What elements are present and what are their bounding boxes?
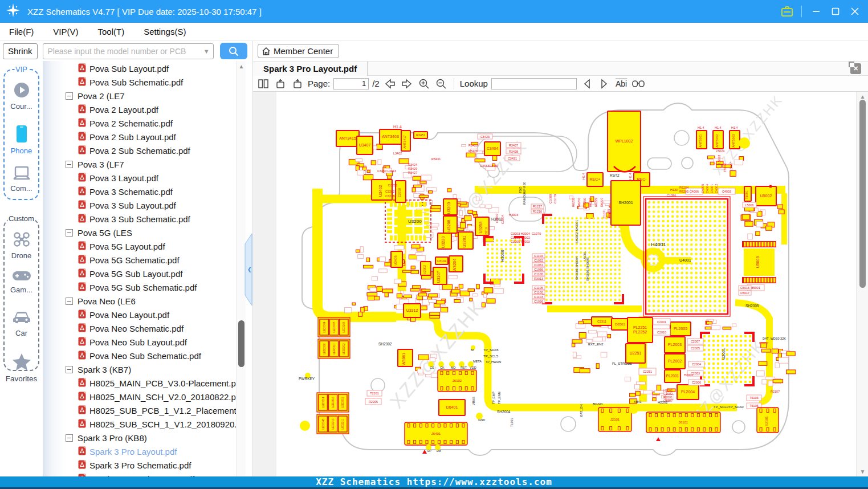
- sidebar-item-favorites[interactable]: Favorites: [0, 353, 43, 384]
- page-number-input[interactable]: [333, 78, 369, 89]
- scroll-down-icon[interactable]: ▼: [857, 468, 868, 475]
- tree-group[interactable]: Spark 3 (KB7): [66, 362, 131, 376]
- sidebar-item-car[interactable]: Car: [0, 309, 43, 337]
- pdf-file-icon: [78, 145, 86, 156]
- tree-file[interactable]: Pova Neo Schematic.pdf: [78, 321, 184, 335]
- sidebar-item-game[interactable]: Gam...: [0, 270, 43, 294]
- collapse-icon[interactable]: [66, 298, 73, 305]
- tree-item-label: Pova 3 Sub Layout.pdf: [89, 201, 176, 210]
- previous-page-icon[interactable]: [383, 77, 397, 91]
- pdf-file-icon: [78, 132, 86, 142]
- svg-text:T5001: T5001: [745, 190, 748, 199]
- search-input[interactable]: [43, 44, 213, 59]
- tree-file[interactable]: Pova Neo Sub Layout.pdf: [78, 335, 187, 349]
- tree-file[interactable]: Pova 3 Schematic.pdf: [78, 185, 173, 198]
- tree-file[interactable]: Pova 3 Sub Layout.pdf: [78, 198, 176, 212]
- svg-text:FL_STROBE: FL_STROBE: [612, 362, 632, 365]
- tree-file[interactable]: Pova 2 Sub Schematic.pdf: [78, 144, 190, 157]
- close-button[interactable]: [845, 0, 865, 23]
- search-button[interactable]: [220, 43, 247, 59]
- svg-text:C4005: C4005: [701, 184, 704, 193]
- tree-file[interactable]: Spark 3 Pro Schematic.pdf: [78, 458, 191, 472]
- tree-file[interactable]: H8025_SUB_SCH_1_V1.2_20180920.pdf: [78, 417, 236, 431]
- shrink-button[interactable]: Shrink: [3, 43, 38, 59]
- tree-file[interactable]: Pova 5G Sub Layout.pdf: [78, 267, 182, 280]
- collapse-icon[interactable]: [66, 161, 73, 168]
- tree-file[interactable]: Pova 5G Schematic.pdf: [78, 253, 180, 267]
- sidebar-item-phone[interactable]: Phone: [0, 125, 43, 155]
- tree-file[interactable]: H8025_SUB_PCB_1_V1.2_Placement.pdf: [78, 404, 236, 417]
- minimize-button[interactable]: [806, 0, 826, 23]
- tree-file[interactable]: Pova 5G Layout.pdf: [78, 239, 165, 253]
- find-previous-icon[interactable]: [580, 77, 594, 91]
- sidebar-item-label: Com...: [0, 184, 43, 193]
- pdf-file-icon: [78, 378, 86, 389]
- tree-file[interactable]: H8025_MAIN_SCH_V2.0_20180822.pdf: [78, 390, 236, 404]
- menu-settings[interactable]: Settings(S): [144, 27, 186, 36]
- pdf-scrollbar[interactable]: ▲ ▼: [857, 92, 868, 476]
- match-case-icon[interactable]: Abi: [614, 79, 628, 88]
- tree-file[interactable]: Pova Sub Layout.pdf: [78, 62, 169, 75]
- collapse-icon[interactable]: [66, 434, 73, 442]
- tree-group[interactable]: Pova 3 (LF7: [66, 157, 124, 171]
- panel-collapse-handle[interactable]: ❮: [244, 233, 252, 307]
- lookup-input[interactable]: [491, 78, 577, 89]
- sidebar-item-drone[interactable]: Drone: [0, 231, 43, 260]
- collapse-icon[interactable]: [66, 229, 73, 237]
- tree-group[interactable]: Spark 3 Pro (KB8): [66, 431, 147, 445]
- find-next-icon[interactable]: [597, 77, 611, 91]
- menu-tool[interactable]: Tool(T): [98, 27, 125, 36]
- tree-group[interactable]: Pova 2 (LE7: [66, 89, 125, 103]
- pdf-page[interactable]: XZZ@XZZHKXZZ@XZZHKXZZ@XZZHKXZZ@XZZHKU500…: [276, 92, 856, 476]
- tree-file[interactable]: Spark 3 Pro Sub Layout.pdf: [78, 472, 194, 476]
- zoom-out-icon[interactable]: [434, 77, 448, 91]
- scroll-up-icon[interactable]: ▲: [237, 63, 246, 70]
- tree-file[interactable]: Pova 5G Sub Schematic.pdf: [78, 280, 197, 294]
- svg-text:LED3215: LED3215: [341, 397, 344, 408]
- tree-group[interactable]: Pova Neo (LE6: [66, 294, 136, 308]
- tree-item-label: Pova Neo Schematic.pdf: [89, 324, 184, 333]
- tree-scrollbar-thumb[interactable]: [238, 320, 244, 367]
- tree-file[interactable]: Pova 2 Sub Layout.pdf: [78, 130, 176, 144]
- menu-vip[interactable]: VIP(V): [53, 27, 78, 36]
- svg-text:R6205: R6205: [679, 190, 688, 193]
- tree-file[interactable]: Pova 3 Sub Schematic.pdf: [78, 212, 190, 226]
- pdf-scrollbar-thumb[interactable]: [859, 100, 866, 288]
- tree-file[interactable]: Pova Neo Sub Schematic.pdf: [78, 349, 201, 362]
- svg-text:H130: H130: [670, 188, 678, 191]
- tree-item-label: Pova 3 Sub Schematic.pdf: [89, 214, 190, 224]
- sidebar-item-course[interactable]: Cour...: [0, 82, 43, 111]
- home-icon: [262, 47, 271, 56]
- rotate-right-icon[interactable]: [291, 77, 304, 91]
- menu-file[interactable]: File(F): [9, 27, 34, 36]
- binoculars-icon[interactable]: [631, 77, 645, 91]
- member-center-button[interactable]: Member Center: [258, 44, 339, 58]
- tree-file[interactable]: Pova Neo Layout.pdf: [78, 308, 169, 321]
- tree-file[interactable]: Pova 3 Layout.pdf: [78, 171, 158, 185]
- rotate-left-icon[interactable]: [274, 77, 287, 91]
- svg-text:LED2211: LED2211: [341, 418, 344, 429]
- next-page-icon[interactable]: [400, 77, 414, 91]
- tree-file[interactable]: Pova 2 Schematic.pdf: [78, 116, 173, 130]
- svg-text:PWRKEY: PWRKEY: [299, 377, 315, 381]
- two-page-view-icon[interactable]: [256, 77, 270, 91]
- tree-file[interactable]: Pova 2 Layout.pdf: [78, 103, 158, 116]
- pdf-file-icon: [78, 77, 86, 88]
- vip-briefcase-icon[interactable]: [777, 0, 797, 23]
- svg-text:TDO: TDO: [519, 186, 522, 193]
- tree-file[interactable]: Spark 3 Pro Layout.pdf: [78, 445, 177, 458]
- svg-text:CS: CS: [430, 366, 434, 369]
- collapse-icon[interactable]: [66, 92, 73, 100]
- tree-file[interactable]: H8025_MAIN_PCB_V3.0-Placement.pdf: [78, 376, 236, 390]
- tree-file[interactable]: Pova Sub Schematic.pdf: [78, 75, 183, 89]
- maximize-button[interactable]: [826, 0, 845, 23]
- zoom-in-icon[interactable]: [417, 77, 431, 91]
- collapse-icon[interactable]: [66, 366, 73, 373]
- scroll-up-icon[interactable]: ▲: [857, 93, 868, 100]
- svg-text:U3203: U3203: [447, 202, 451, 214]
- pdf-file-icon: [78, 446, 86, 457]
- tab-spark3pro-layout[interactable]: Spark 3 Pro Layout.pdf: [253, 62, 368, 76]
- sidebar-item-computer[interactable]: Com...: [0, 166, 43, 193]
- tree-group[interactable]: Pova 5G (LES: [66, 226, 132, 239]
- close-all-tabs-icon[interactable]: ✕: [850, 63, 861, 74]
